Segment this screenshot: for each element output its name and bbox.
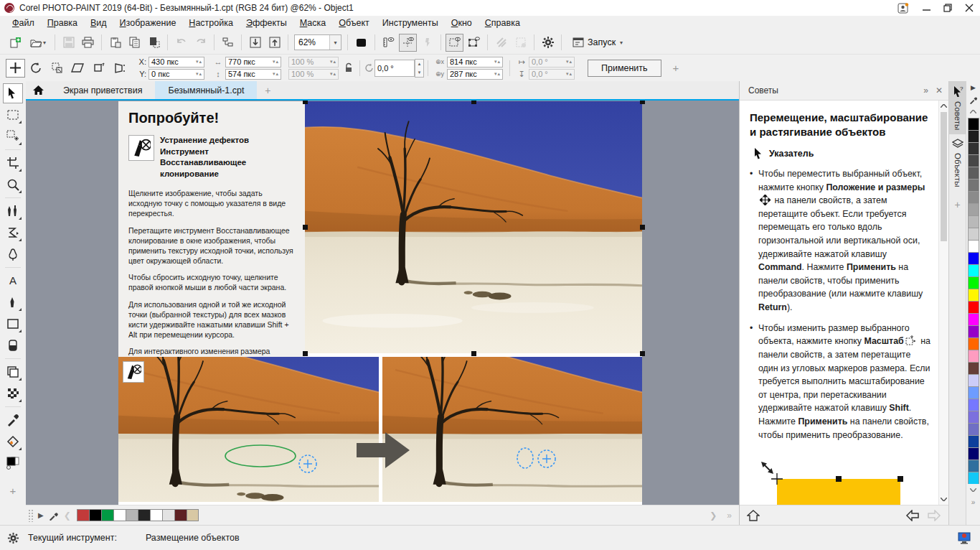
color-swatch[interactable] bbox=[968, 264, 979, 276]
canvas-workspace[interactable]: Попробуйте! Устранение дефектовИнструмен… bbox=[26, 101, 739, 505]
color-swatch[interactable] bbox=[968, 301, 979, 313]
color-swatch[interactable] bbox=[150, 509, 162, 521]
rotation-angle-field[interactable]: 0,0 ° bbox=[374, 60, 415, 77]
fill-tool[interactable] bbox=[3, 432, 23, 452]
color-swatch[interactable] bbox=[968, 374, 979, 386]
text-tool[interactable]: А bbox=[3, 271, 23, 291]
paste-as-object-icon[interactable] bbox=[145, 34, 163, 52]
dock-collapse-icon[interactable]: » bbox=[923, 85, 928, 95]
color-swatch[interactable] bbox=[968, 167, 979, 179]
pattern-transparency-tool[interactable] bbox=[3, 383, 23, 404]
export-icon[interactable] bbox=[265, 34, 283, 52]
tab-hints[interactable]: ? Советы bbox=[949, 81, 966, 134]
menu-object[interactable]: Объект bbox=[332, 16, 376, 31]
menu-tools[interactable]: Инструменты bbox=[376, 16, 445, 31]
selected-photo-object[interactable] bbox=[305, 101, 642, 353]
color-swatch[interactable] bbox=[968, 142, 979, 154]
spinner-icon[interactable]: ▾▴ bbox=[196, 71, 204, 77]
shape-tool[interactable] bbox=[3, 223, 23, 243]
scrollbar-thumb[interactable] bbox=[941, 112, 947, 241]
spinner-icon[interactable]: ▾▴ bbox=[273, 71, 281, 77]
clone-tool[interactable] bbox=[3, 201, 23, 221]
restore-button[interactable] bbox=[937, 0, 958, 16]
menu-file[interactable]: Файл bbox=[6, 16, 41, 31]
crop-tool[interactable] bbox=[3, 153, 23, 173]
grid-icon[interactable] bbox=[492, 34, 510, 52]
object-transparency-tool[interactable] bbox=[3, 362, 23, 382]
menu-image[interactable]: Изображение bbox=[113, 16, 183, 31]
selection-handle[interactable] bbox=[640, 351, 645, 356]
color-swatch[interactable] bbox=[968, 435, 979, 447]
color-swatch[interactable] bbox=[162, 509, 174, 521]
color-swatch[interactable] bbox=[126, 509, 138, 521]
skew-icon[interactable] bbox=[68, 59, 88, 78]
pick-tool[interactable] bbox=[3, 83, 23, 103]
selection-handle[interactable] bbox=[640, 225, 645, 230]
home-icon[interactable] bbox=[26, 81, 50, 99]
new-icon[interactable] bbox=[6, 34, 24, 52]
position-size-icon[interactable] bbox=[6, 59, 25, 78]
tab-objects[interactable]: Объекты bbox=[949, 134, 966, 191]
eraser-tool[interactable] bbox=[3, 335, 23, 355]
color-swatch[interactable] bbox=[968, 252, 979, 264]
rectangle-tool[interactable] bbox=[3, 314, 23, 334]
color-swatch[interactable] bbox=[968, 460, 979, 472]
selection-handle[interactable] bbox=[471, 351, 476, 356]
color-swatch[interactable] bbox=[968, 337, 979, 350]
menu-edit[interactable]: Правка bbox=[41, 16, 84, 31]
mask-marquee-icon[interactable] bbox=[446, 34, 463, 52]
save-icon[interactable] bbox=[60, 34, 77, 52]
color-swatch[interactable] bbox=[968, 350, 979, 362]
skew-v-field[interactable]: 0,0 °▾▴ bbox=[529, 69, 575, 80]
menu-effects[interactable]: Эффекты bbox=[240, 16, 293, 31]
rotation-spinner[interactable]: ▴▾ bbox=[415, 59, 424, 78]
selection-handle[interactable] bbox=[303, 225, 308, 230]
add-tool-icon[interactable]: + bbox=[10, 485, 17, 497]
add-docker-icon[interactable]: + bbox=[954, 199, 960, 210]
zoom-level-combo[interactable]: 62% ▾ bbox=[294, 34, 341, 50]
x-position-field[interactable]: 430 пкс▾▴ bbox=[149, 57, 204, 67]
perspective-icon[interactable] bbox=[110, 59, 129, 78]
color-swatch[interactable] bbox=[968, 362, 979, 374]
color-control[interactable] bbox=[3, 453, 23, 473]
distort-icon[interactable] bbox=[89, 59, 108, 78]
apply-button[interactable]: Применить bbox=[588, 60, 661, 77]
flyout-arrow-icon[interactable]: ▶ bbox=[971, 81, 976, 93]
palette-grip[interactable] bbox=[28, 509, 33, 522]
copy-icon[interactable] bbox=[126, 34, 143, 52]
selection-handle[interactable] bbox=[471, 101, 476, 104]
y-position-field[interactable]: 0 пкс▾▴ bbox=[149, 69, 204, 80]
menu-help[interactable]: Справка bbox=[479, 16, 527, 31]
color-swatch[interactable] bbox=[968, 386, 979, 398]
launch-button[interactable]: Запуск ▾ bbox=[568, 36, 627, 49]
skew-h-field[interactable]: 0,0 °▾▴ bbox=[529, 57, 575, 67]
spinner-icon[interactable]: ▾▴ bbox=[494, 71, 502, 77]
center-x-field[interactable]: 814 пкс▾▴ bbox=[447, 57, 503, 67]
flyout-arrow-icon[interactable]: ▶ bbox=[38, 511, 44, 519]
guidelines-icon[interactable] bbox=[399, 34, 417, 52]
rotate-icon[interactable] bbox=[27, 59, 46, 78]
scale-y-field[interactable]: 100 %▾▴ bbox=[288, 69, 339, 80]
zoom-tool[interactable] bbox=[3, 174, 23, 195]
color-swatch[interactable] bbox=[113, 509, 126, 521]
tab-document[interactable]: Безымянный-1.cpt bbox=[155, 81, 257, 99]
scroll-down-icon[interactable] bbox=[970, 484, 976, 496]
paint-tool[interactable] bbox=[3, 292, 23, 312]
color-swatch[interactable] bbox=[968, 325, 979, 337]
color-swatch[interactable] bbox=[968, 398, 979, 411]
color-swatch[interactable] bbox=[968, 411, 979, 423]
docker-scrollbar[interactable] bbox=[938, 101, 948, 505]
color-swatch[interactable] bbox=[968, 276, 979, 289]
print-icon[interactable] bbox=[79, 34, 97, 52]
selection-handle[interactable] bbox=[303, 101, 308, 104]
color-swatch[interactable] bbox=[968, 130, 979, 142]
chevron-down-icon[interactable]: ▾ bbox=[329, 35, 341, 50]
color-swatch[interactable] bbox=[968, 240, 979, 252]
home-icon[interactable] bbox=[747, 510, 760, 521]
spinner-icon[interactable]: ▾▴ bbox=[494, 59, 502, 65]
pin-icon[interactable] bbox=[418, 34, 436, 52]
palette-more-icon[interactable]: » bbox=[971, 498, 976, 506]
import-icon[interactable] bbox=[246, 34, 264, 52]
new-tab-icon[interactable]: + bbox=[257, 81, 278, 99]
menu-view[interactable]: Вид bbox=[84, 16, 113, 31]
